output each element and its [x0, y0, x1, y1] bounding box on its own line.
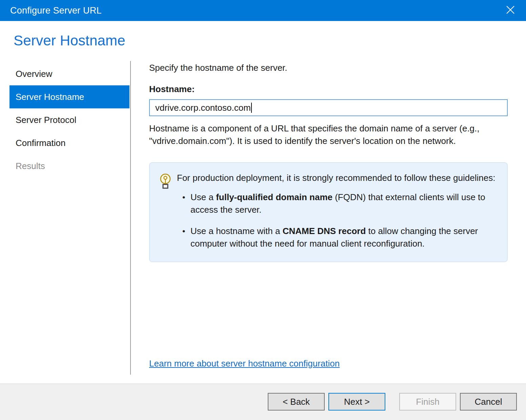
sidebar-divider	[130, 61, 131, 375]
guidelines-tip-box: For production deployment, it is strongl…	[149, 162, 508, 262]
tip-content: For production deployment, it is strongl…	[177, 172, 497, 250]
tip-bullet-fqdn: Use a fully-qualified domain name (FQDN)…	[182, 191, 497, 216]
text-caret	[251, 103, 252, 113]
back-button[interactable]: < Back	[268, 393, 325, 411]
sidebar-item-overview[interactable]: Overview	[9, 62, 129, 85]
sidebar-item-results: Results	[9, 154, 129, 177]
next-button[interactable]: Next >	[328, 393, 385, 411]
close-icon	[506, 5, 515, 16]
button-bar: < Back Next > Finish Cancel	[0, 383, 526, 420]
tip-bullet-list: Use a fully-qualified domain name (FQDN)…	[177, 191, 497, 250]
tip-bullet-cname: Use a hostname with a CNAME DNS record t…	[182, 225, 497, 250]
close-button[interactable]	[503, 3, 518, 18]
main-content: Specify the hostname of the server. Host…	[149, 62, 508, 262]
hostname-description: Hostname is a component of a URL that sp…	[149, 122, 508, 147]
window-title: Configure Server URL	[10, 5, 503, 16]
title-bar: Configure Server URL	[0, 0, 526, 21]
finish-button: Finish	[399, 393, 456, 411]
tip-intro: For production deployment, it is strongl…	[177, 172, 497, 184]
sidebar-item-confirmation[interactable]: Confirmation	[9, 131, 129, 154]
sidebar-item-server-hostname[interactable]: Server Hostname	[9, 85, 129, 108]
intro-text: Specify the hostname of the server.	[149, 62, 508, 73]
sidebar-item-server-protocol[interactable]: Server Protocol	[9, 108, 129, 131]
learn-more-link[interactable]: Learn more about server hostname configu…	[149, 358, 340, 369]
lightbulb-icon	[159, 172, 171, 250]
cancel-button[interactable]: Cancel	[460, 393, 517, 411]
wizard-steps-nav: Overview Server Hostname Server Protocol…	[9, 62, 129, 177]
hostname-input[interactable]: vdrive.corp.contoso.com	[149, 99, 508, 116]
configure-server-url-dialog: Configure Server URL Server Hostname Ove…	[0, 0, 526, 420]
page-title: Server Hostname	[14, 33, 125, 49]
hostname-label: Hostname:	[149, 84, 508, 94]
hostname-input-value: vdrive.corp.contoso.com	[155, 103, 251, 113]
